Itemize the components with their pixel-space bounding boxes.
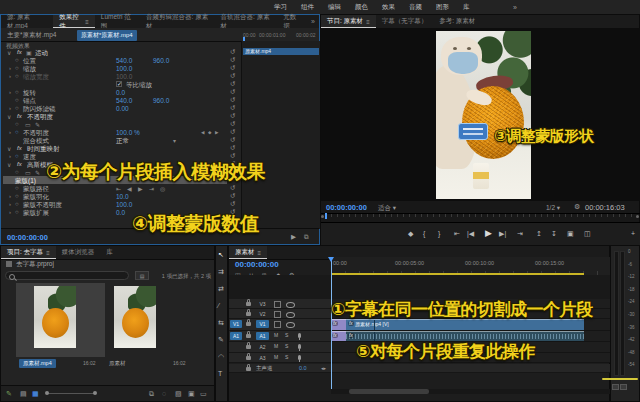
stopwatch-icon[interactable]: ○ [15, 209, 19, 215]
voiceover-mic-icon[interactable] [298, 355, 301, 360]
track-lock-icon[interactable] [246, 334, 251, 338]
track-mask-forward-icon[interactable]: ⇥ [149, 185, 154, 192]
reset-param-icon[interactable]: ↺ [230, 56, 235, 64]
reset-param-icon[interactable]: ↺ [230, 128, 235, 136]
mask-pen-icon[interactable]: ✎ [35, 121, 40, 128]
reset-param-icon[interactable]: ↺ [230, 184, 235, 192]
track-lock-icon[interactable] [246, 302, 251, 306]
stopwatch-icon[interactable]: ○ [15, 105, 19, 111]
effect-controls-tab[interactable]: Lumetri 范围 [95, 15, 140, 28]
mask-pen-icon[interactable]: ✎ [35, 169, 40, 176]
zoom-slider[interactable] [47, 393, 95, 394]
export-frame-icon[interactable]: ▣ [567, 230, 574, 238]
sequence-clip-chip[interactable]: 原素材*原素材.mp4 [77, 30, 137, 41]
prev-keyframe-icon[interactable]: ◀ [201, 130, 204, 135]
meter-option-button[interactable] [612, 384, 619, 390]
twirl-right-icon[interactable]: › [9, 193, 11, 199]
twirl-right-icon[interactable]: › [9, 129, 11, 135]
video-track-header-V2[interactable]: V2 [229, 309, 331, 319]
param-value[interactable]: 0.0 [116, 89, 125, 96]
effect-controls-tab[interactable]: 音轨混合器: 原素材 [215, 15, 278, 28]
stopwatch-icon[interactable]: ○ [15, 185, 19, 191]
panel-menu-icon[interactable]: ≡ [366, 19, 370, 25]
stopwatch-icon[interactable]: ○ [15, 201, 19, 207]
frame-forward-icon[interactable]: ▶ [138, 185, 143, 192]
track-name-V3[interactable]: V3 [256, 300, 269, 308]
project-item-name[interactable]: 原素材 [109, 360, 126, 367]
stopwatch-icon[interactable]: ○ [15, 73, 19, 79]
clip-thumbnail[interactable] [114, 286, 156, 348]
list-view-icon[interactable]: ▤ [20, 390, 27, 398]
effect-header-row[interactable]: ∨fx不透明度↺ [1, 112, 321, 120]
track-output-eye-icon[interactable] [286, 322, 295, 328]
stopwatch-icon[interactable]: ○ [15, 65, 19, 71]
mask-ellipse-icon[interactable]: ○ [15, 169, 19, 175]
track-output-eye-icon[interactable] [286, 312, 295, 318]
ripple-edit-tool[interactable]: ⇄ [218, 285, 224, 293]
twirl-down-icon[interactable]: ∨ [7, 113, 11, 120]
track-name-A2[interactable]: A2 [256, 343, 269, 351]
effect-param-row[interactable]: ○蒙版路径⇤◀▶⇥◎↺ [1, 184, 321, 192]
program-monitor-tab[interactable]: 参考: 原素材 [433, 15, 481, 28]
effect-controls-timecode[interactable]: 00:00:00:00 [7, 233, 48, 242]
reset-param-icon[interactable]: ↺ [230, 72, 235, 80]
param-value[interactable]: 100.0 [116, 201, 132, 208]
meter-option-button[interactable] [620, 384, 627, 390]
project-writable-icon[interactable]: ✎ [6, 390, 12, 398]
program-monitor-stage[interactable] [321, 28, 640, 201]
track-name-A1[interactable]: A1 [256, 332, 269, 340]
track-name-V2[interactable]: V2 [256, 310, 269, 318]
timeline-timecode[interactable]: 00:00:00:00 [235, 260, 279, 269]
mute-button[interactable]: M [274, 354, 278, 360]
mask-tracking-options-icon[interactable]: ◎ [160, 185, 165, 192]
scrubber-left-handle[interactable] [321, 215, 324, 218]
project-tab[interactable]: 项目: 去字幕≡ [1, 246, 56, 259]
timeline-tab[interactable]: 原素材 ≡ [229, 246, 267, 259]
master-clip-label[interactable]: 主要*原素材.mp4 [7, 31, 56, 40]
search-bin-button[interactable]: ▤ [135, 271, 149, 280]
param-value[interactable]: 100.0 % [116, 129, 140, 136]
param-value[interactable]: 100.0 [116, 65, 132, 72]
reset-param-icon[interactable]: ↺ [230, 88, 235, 96]
mask-rectangle-icon[interactable]: ▭ [25, 169, 31, 176]
twirl-right-icon[interactable]: › [9, 201, 11, 207]
step-back-icon[interactable]: |◀ [467, 230, 474, 238]
effect-param-row[interactable]: ›○缩放宽度100.0↺ [1, 72, 321, 80]
twirl-down-icon[interactable]: ∨ [7, 49, 11, 56]
track-mask-backward-icon[interactable]: ⇤ [116, 185, 121, 192]
hand-tool[interactable]: ◠ [218, 353, 224, 361]
new-bin-icon[interactable]: ▧ [175, 390, 182, 398]
mask-ellipse-icon[interactable]: ○ [15, 121, 19, 127]
effect-param-row[interactable]: ○锚点540.0960.0↺ [1, 96, 321, 104]
twirl-down-icon[interactable]: ∨ [7, 161, 11, 168]
track-lock-icon[interactable] [246, 367, 251, 371]
twirl-down-icon[interactable]: ∨ [7, 145, 11, 152]
reset-param-icon[interactable]: ↺ [230, 104, 235, 112]
mute-button[interactable]: M [274, 332, 278, 338]
reset-param-icon[interactable]: ↺ [230, 64, 235, 72]
project-item[interactable] [106, 283, 195, 357]
solo-button[interactable]: S [285, 343, 288, 349]
video-track-header-V1[interactable]: V1V1 [229, 319, 331, 331]
slip-tool[interactable]: ⇆ [218, 319, 224, 327]
project-breadcrumb[interactable]: 去字幕.prproj [16, 260, 54, 269]
param-value[interactable]: 540.0 [116, 97, 132, 104]
effect-param-row[interactable]: ✓等比缩放↺ [1, 80, 321, 88]
play-icon[interactable]: ▶ [485, 228, 492, 238]
next-keyframe-icon[interactable]: ▶ [215, 130, 218, 135]
project-tab[interactable]: 媒体浏览器 [56, 246, 101, 259]
effect-controls-tab[interactable]: 源: 原素材.mp4 [1, 15, 53, 28]
clip-thumbnail[interactable] [34, 286, 76, 348]
program-timecode[interactable]: 00:00:00:00 [326, 203, 367, 212]
reset-param-icon[interactable]: ↺ [230, 48, 235, 56]
timeline-playhead[interactable] [331, 257, 332, 389]
chevron-down-icon[interactable]: ▾ [173, 137, 176, 144]
track-lock-icon[interactable] [246, 345, 251, 349]
workspace-item-7[interactable]: 图形 [436, 3, 449, 12]
pen-tool[interactable]: ✎ [218, 336, 224, 344]
zoom-out-handle[interactable] [45, 391, 49, 395]
zoom-level-select[interactable]: 适合 ▾ [378, 204, 396, 213]
icon-view-icon[interactable]: ▦ [32, 390, 39, 398]
zoom-in-handle[interactable] [93, 391, 97, 395]
project-search-input[interactable] [5, 271, 129, 280]
